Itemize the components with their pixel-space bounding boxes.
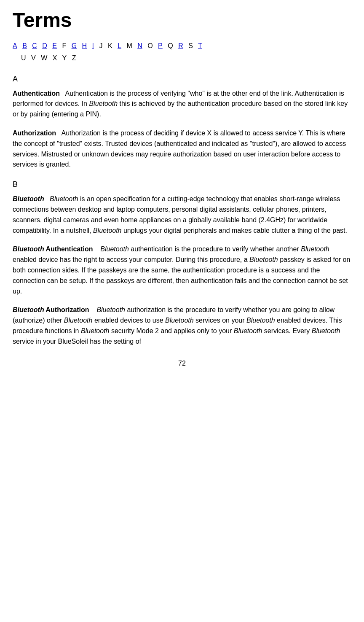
- nav-item-u: U: [21, 54, 26, 62]
- nav-item-x: X: [53, 54, 57, 62]
- nav-link-p[interactable]: P: [158, 42, 163, 49]
- nav-link-l[interactable]: L: [118, 42, 121, 49]
- nav-item-w: W: [41, 54, 47, 62]
- section-letter-a: A: [13, 75, 351, 83]
- term-block: Bluetooth Authentication Bluetooth authe…: [13, 244, 351, 296]
- nav-link-n[interactable]: N: [137, 42, 142, 49]
- alphabet-navigation: A B C D E F G H I J K L M N O P Q R S T …: [13, 40, 351, 65]
- term-name: Authorization: [13, 129, 56, 137]
- term-name: Bluetooth: [13, 195, 44, 202]
- page-title: Terms: [13, 8, 351, 32]
- nav-item-v: V: [31, 54, 36, 62]
- term-block: Authentication Authentication is the pro…: [13, 89, 351, 120]
- nav-item-k: K: [108, 42, 112, 49]
- nav-link-a[interactable]: A: [13, 42, 17, 49]
- nav-link-d[interactable]: D: [42, 42, 47, 49]
- page-number: 72: [178, 360, 186, 367]
- nav-item-z: Z: [72, 54, 76, 62]
- term-definition: Authentication is the process of verifyi…: [13, 90, 348, 118]
- nav-item-f: F: [62, 42, 66, 49]
- nav-link-b[interactable]: B: [22, 42, 27, 49]
- section-letter-b: B: [13, 180, 351, 189]
- nav-link-h[interactable]: H: [82, 42, 87, 49]
- nav-item-j: J: [99, 42, 102, 49]
- nav-link-t[interactable]: T: [198, 42, 202, 49]
- term-definition: Authorization is the process of deciding…: [13, 129, 346, 168]
- nav-link-c[interactable]: C: [32, 42, 37, 49]
- term-name: Bluetooth Authorization: [13, 306, 89, 313]
- term-block: Bluetooth Authorization Bluetooth author…: [13, 305, 351, 347]
- nav-link-g[interactable]: G: [72, 42, 77, 49]
- nav-item-q: Q: [168, 42, 173, 49]
- nav-item-m: M: [126, 42, 132, 49]
- nav-link-e[interactable]: E: [52, 42, 57, 49]
- nav-link-r[interactable]: R: [178, 42, 183, 49]
- term-definition: Bluetooth is an open specification for a…: [13, 195, 347, 234]
- term-block: Bluetooth Bluetooth is an open specifica…: [13, 194, 351, 236]
- page-footer: 72: [13, 360, 351, 367]
- nav-item-s: S: [188, 42, 193, 49]
- term-name: Authentication: [13, 90, 60, 97]
- term-block: Authorization Authorization is the proce…: [13, 128, 351, 170]
- term-definition: Bluetooth authentication is the procedur…: [13, 245, 350, 294]
- nav-link-i[interactable]: I: [92, 42, 94, 49]
- nav-item-o: O: [147, 42, 153, 49]
- nav-item-y: Y: [62, 54, 67, 62]
- term-name: Bluetooth Authentication: [13, 245, 93, 253]
